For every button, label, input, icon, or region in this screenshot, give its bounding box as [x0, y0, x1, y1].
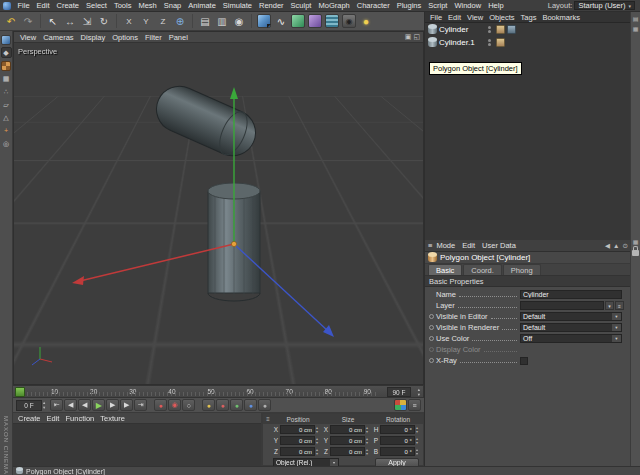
stepper-icon[interactable]: ▴▾ [416, 426, 421, 434]
menu-select[interactable]: Select [83, 1, 111, 10]
animation-dot-icon[interactable] [429, 358, 434, 363]
om-menu-view[interactable]: View [464, 13, 486, 22]
visible-renderer-dropdown[interactable]: Default▾ [520, 323, 622, 332]
quad-view-icon[interactable]: ◱ [413, 33, 420, 41]
mm-menu-texture[interactable]: Texture [97, 414, 128, 423]
object-name[interactable]: Cylinder [439, 25, 483, 34]
menu-mesh[interactable]: Mesh [135, 1, 160, 10]
mm-menu-create[interactable]: Create [15, 414, 44, 423]
stepper-icon[interactable]: ▴▾ [366, 426, 371, 434]
stepper-icon[interactable]: ▴▾ [316, 426, 321, 434]
om-menu-tags[interactable]: Tags [518, 13, 540, 22]
vp-menu-filter[interactable]: Filter [142, 33, 165, 42]
floor-button[interactable] [325, 14, 339, 28]
model-mode-button[interactable]: ◆ [1, 47, 12, 58]
end-frame-field[interactable]: 90 F [387, 387, 411, 397]
timeline-options-button[interactable]: ≡ [408, 399, 421, 411]
autokey-button[interactable]: ◉ [168, 399, 181, 411]
vp-menu-cameras[interactable]: Cameras [40, 33, 76, 42]
polygons-mode-button[interactable]: △ [1, 112, 12, 123]
object-row-cylinder[interactable]: Cylinder [425, 23, 631, 36]
visibility-toggle-icons[interactable] [488, 26, 491, 33]
powerslider-options-button[interactable] [394, 399, 407, 411]
keyframe-selection-button[interactable]: ○ [182, 399, 195, 411]
stepper-icon[interactable]: ▴▾ [316, 448, 321, 456]
redo-button[interactable]: ↷ [20, 13, 36, 29]
goto-end-button[interactable]: ⇥ [134, 399, 147, 411]
stepper-icon[interactable]: ▴▾ [366, 448, 371, 456]
object-name[interactable]: Cylinder.1 [439, 38, 483, 47]
vp-menu-view[interactable]: View [17, 33, 39, 42]
menu-render[interactable]: Render [256, 1, 288, 10]
key-rotation-toggle[interactable]: ● [244, 399, 257, 411]
record-keyframe-button[interactable]: ● [154, 399, 167, 411]
om-menu-edit[interactable]: Edit [445, 13, 464, 22]
mm-menu-edit[interactable]: Edit [44, 414, 63, 423]
om-menu-file[interactable]: File [427, 13, 445, 22]
size-z-input[interactable] [330, 447, 365, 456]
key-scale-toggle[interactable]: ● [230, 399, 243, 411]
viewport-solo-button[interactable]: ◎ [1, 138, 12, 149]
menu-character[interactable]: Character [353, 1, 393, 10]
menu-create[interactable]: Create [53, 1, 83, 10]
content-browser-icon[interactable]: ▤ [633, 15, 639, 22]
menu-animate[interactable]: Animate [185, 1, 220, 10]
rotation-h-input[interactable] [380, 425, 415, 434]
menu-edit[interactable]: Edit [33, 1, 53, 10]
menu-plugins[interactable]: Plugins [393, 1, 425, 10]
edges-mode-button[interactable]: ▱ [1, 99, 12, 110]
animation-dot-icon[interactable] [429, 314, 434, 319]
menu-mograph[interactable]: MoGraph [315, 1, 353, 10]
om-menu-bookmarks[interactable]: Bookmarks [539, 13, 583, 22]
phong-tag-icon[interactable] [496, 38, 505, 47]
spline-pen-button[interactable]: ∿ [273, 13, 289, 29]
points-mode-button[interactable]: ∴ [1, 86, 12, 97]
timeline-ruler[interactable]: 1020 3040 5060 7080 90 90 F ▴▾ [13, 385, 424, 398]
name-input[interactable] [520, 290, 622, 299]
texture-mode-button[interactable] [1, 61, 11, 71]
render-picture-viewer-button[interactable]: ▥ [214, 13, 230, 29]
current-frame-marker[interactable] [15, 387, 25, 397]
play-button[interactable]: ▶ [92, 399, 105, 411]
lock-x-axis-button[interactable]: X [121, 13, 137, 29]
visible-editor-dropdown[interactable]: Default▾ [520, 312, 622, 321]
key-position-toggle[interactable]: ● [216, 399, 229, 411]
menu-script[interactable]: Script [425, 1, 451, 10]
snapshot-icon[interactable]: ▦ [633, 238, 639, 245]
goto-start-button[interactable]: ⇤ [50, 399, 63, 411]
animation-dot-icon[interactable] [429, 325, 434, 330]
am-menu-mode[interactable]: Mode [433, 241, 458, 250]
end-frame-stepper[interactable]: ▴▾ [418, 387, 420, 397]
visibility-toggle-icons[interactable] [488, 39, 491, 46]
mm-menu-function[interactable]: Function [62, 414, 97, 423]
position-x-input[interactable] [280, 425, 315, 434]
coordinate-system-button[interactable]: ⊕ [172, 13, 188, 29]
layer-browse-button[interactable]: ▾ [605, 301, 614, 310]
parent-object-icon[interactable]: ▲ [613, 242, 619, 250]
phong-tag-icon[interactable] [496, 25, 505, 34]
menu-help[interactable]: Help [485, 1, 507, 10]
tab-coord[interactable]: Coord. [463, 264, 502, 275]
lock-y-axis-button[interactable]: Y [138, 13, 154, 29]
next-frame-button[interactable]: ▶ [106, 399, 119, 411]
menu-window[interactable]: Window [451, 1, 485, 10]
previous-frame-button[interactable]: ◀ [78, 399, 91, 411]
object-row-cylinder-1[interactable]: Cylinder.1 [425, 36, 631, 49]
om-menu-objects[interactable]: Objects [486, 13, 517, 22]
light-button[interactable]: ● [358, 13, 374, 29]
modifier-button[interactable] [308, 14, 322, 28]
coordinates-menu-icon[interactable]: ≡ [263, 416, 273, 422]
lock-z-axis-button[interactable]: Z [155, 13, 171, 29]
layer-input[interactable] [520, 301, 604, 310]
layout-selector[interactable]: Layout: Startup (User)▾ [548, 1, 638, 10]
render-settings-button[interactable]: ◉ [231, 13, 247, 29]
tab-basic[interactable]: Basic [428, 264, 462, 275]
search-icon[interactable]: ⊙ [623, 242, 628, 250]
layer-menu-button[interactable]: ≡ [615, 301, 624, 310]
make-editable-button[interactable] [1, 35, 11, 45]
position-z-input[interactable] [280, 447, 315, 456]
vp-menu-panel[interactable]: Panel [166, 33, 191, 42]
next-key-button[interactable]: ▶ [120, 399, 133, 411]
rotation-p-input[interactable] [380, 436, 415, 445]
vp-menu-display[interactable]: Display [78, 33, 109, 42]
